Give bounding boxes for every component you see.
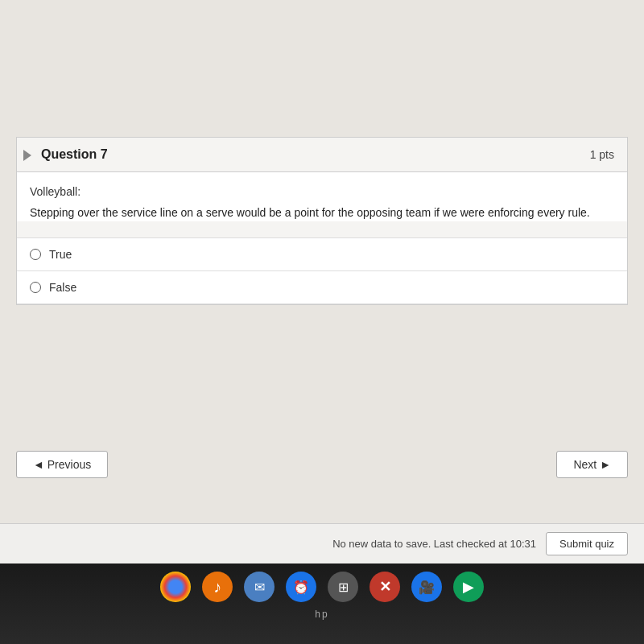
answer-true-label: True bbox=[49, 248, 72, 261]
question-header-wrapper: Question 7 1 pts bbox=[17, 138, 627, 172]
question-arrow-icon bbox=[23, 150, 31, 161]
taskbar-icons: ♪ ✉ ⏰ ⊞ ✕ 🎥 ▶ bbox=[160, 572, 484, 602]
question-body: Volleyball: Stepping over the service li… bbox=[17, 172, 627, 221]
clock-icon[interactable]: ⏰ bbox=[286, 572, 316, 602]
grid-icon[interactable]: ⊞ bbox=[328, 572, 358, 602]
mail-icon[interactable]: ✉ bbox=[244, 572, 275, 602]
question-text: Stepping over the service line on a serv… bbox=[30, 204, 614, 221]
radio-true[interactable] bbox=[30, 249, 41, 260]
x-icon[interactable]: ✕ bbox=[369, 572, 400, 602]
save-status: No new data to save. Last checked at 10:… bbox=[332, 538, 536, 550]
video-icon[interactable]: 🎥 bbox=[411, 572, 442, 602]
answer-option-false[interactable]: False bbox=[17, 271, 627, 304]
question-card: Question 7 1 pts Volleyball: Stepping ov… bbox=[16, 137, 628, 305]
bottom-bar: No new data to save. Last checked at 10:… bbox=[0, 523, 644, 564]
play-icon[interactable]: ▶ bbox=[453, 572, 484, 602]
answer-options: True False bbox=[17, 237, 627, 304]
taskbar: ♪ ✉ ⏰ ⊞ ✕ 🎥 ▶ hp bbox=[0, 564, 644, 644]
question-points: 1 pts bbox=[590, 148, 614, 161]
answer-false-label: False bbox=[49, 281, 76, 294]
question-header: Question 7 1 pts bbox=[17, 138, 627, 172]
answer-option-true[interactable]: True bbox=[17, 238, 627, 271]
music-icon[interactable]: ♪ bbox=[202, 572, 233, 602]
submit-quiz-button[interactable]: Submit quiz bbox=[546, 532, 628, 555]
previous-button[interactable]: ◄ Previous bbox=[16, 451, 108, 478]
next-button[interactable]: Next ► bbox=[556, 451, 628, 478]
question-number: Question 7 bbox=[41, 147, 108, 162]
taskbar-brand: hp bbox=[315, 609, 328, 620]
question-topic: Volleyball: bbox=[30, 185, 614, 198]
chrome-icon[interactable] bbox=[160, 572, 191, 602]
main-content: Question 7 1 pts Volleyball: Stepping ov… bbox=[0, 0, 644, 564]
nav-buttons: ◄ Previous Next ► bbox=[0, 451, 644, 478]
radio-false[interactable] bbox=[30, 282, 41, 293]
